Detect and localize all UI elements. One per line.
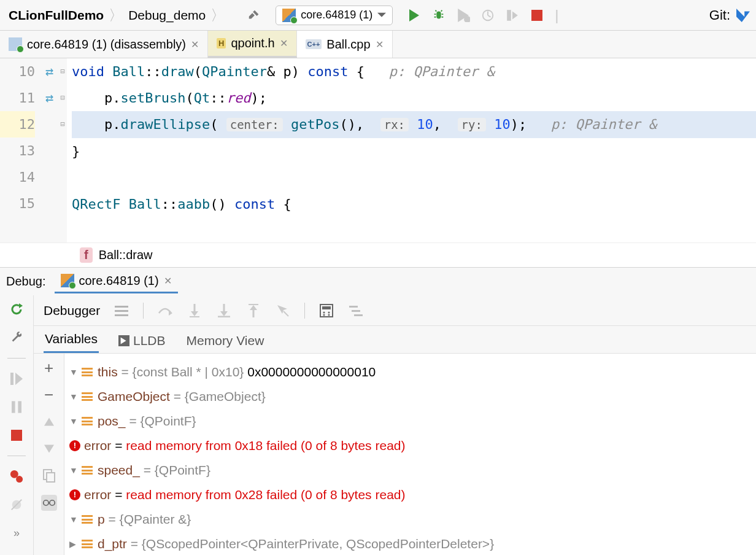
gutter: 10 11 12 13 14 15 ⇄ ⇄ xyxy=(0,58,58,243)
git-pull-icon[interactable] xyxy=(736,9,750,22)
move-down-icon[interactable] xyxy=(41,441,57,457)
breadcrumb-item[interactable]: Debug_demo xyxy=(126,7,208,24)
threads-icon[interactable] xyxy=(114,303,129,319)
step-into-icon[interactable] xyxy=(187,303,202,319)
build-hammer-icon[interactable] xyxy=(247,9,261,22)
watches-icon[interactable] xyxy=(41,495,57,511)
copy-icon[interactable] xyxy=(41,468,57,484)
mute-breakpoints-icon[interactable] xyxy=(9,497,25,513)
chevron-down-icon[interactable]: ▼ xyxy=(69,360,82,384)
breadcrumb-root[interactable]: CLionFullDemo xyxy=(6,7,106,24)
svg-point-24 xyxy=(323,311,325,313)
chevron-down-icon[interactable]: ▼ xyxy=(69,458,82,483)
breadcrumb-fn[interactable]: Ball::draw xyxy=(99,248,153,262)
chevron-down-icon[interactable]: ▼ xyxy=(69,409,82,433)
more-icon[interactable]: » xyxy=(9,525,25,541)
close-icon[interactable]: ✕ xyxy=(191,39,199,50)
debug-toolbar: Debugger xyxy=(34,295,756,326)
variables-panel: + − ▼ this = {const Ball * | 0x10} 0x000… xyxy=(34,354,756,555)
chevron-down-icon xyxy=(377,11,386,20)
debug-session-tab[interactable]: core.64819 (1) ✕ xyxy=(55,270,178,293)
function-badge-icon: f xyxy=(80,247,93,263)
tab-qpoint[interactable]: H qpoint.h ✕ xyxy=(208,31,297,58)
rerun-icon[interactable] xyxy=(9,301,25,317)
svg-point-26 xyxy=(323,314,325,316)
fold-icon[interactable]: ⊟ xyxy=(58,85,67,111)
close-icon[interactable]: ✕ xyxy=(280,37,288,49)
separator xyxy=(7,358,26,359)
var-this[interactable]: ▼ this = {const Ball * | 0x10} 0x0000000… xyxy=(69,360,751,384)
stop-icon[interactable] xyxy=(530,9,544,22)
profile-icon[interactable] xyxy=(481,9,495,22)
run-toolbar: | xyxy=(407,7,558,24)
svg-rect-2 xyxy=(507,10,512,21)
svg-rect-3 xyxy=(531,10,542,21)
debug-panel: Debug: core.64819 (1) ✕ » Debugger xyxy=(0,267,756,555)
debug-bug-icon[interactable] xyxy=(432,9,446,22)
svg-rect-5 xyxy=(12,401,15,413)
line-number: 13 xyxy=(0,138,35,164)
breakpoints-icon[interactable] xyxy=(9,468,25,484)
separator: | xyxy=(555,7,558,24)
var-speed[interactable]: ▼ speed_ = {QPointF} xyxy=(69,458,751,483)
line-number: 10 xyxy=(0,58,35,85)
step-out-icon[interactable] xyxy=(245,303,261,319)
chevron-right-icon: 〉 xyxy=(210,6,225,25)
var-pos[interactable]: ▼ pos_ = {QPointF} xyxy=(69,409,751,433)
subtab-memory[interactable]: Memory View xyxy=(185,328,266,353)
close-icon[interactable]: ✕ xyxy=(164,275,172,287)
svg-rect-28 xyxy=(349,306,358,308)
evaluate-icon[interactable] xyxy=(318,303,334,319)
run-config-dropdown[interactable]: core.64819 (1) xyxy=(276,6,393,25)
close-icon[interactable]: ✕ xyxy=(376,39,384,50)
fold-icon[interactable]: ⊟ xyxy=(58,111,67,138)
svg-rect-13 xyxy=(115,310,128,312)
svg-line-21 xyxy=(284,311,288,316)
debug-rail: » xyxy=(0,295,34,555)
tab-disassembly[interactable]: core.64819 (1) (disassembly) ✕ xyxy=(0,31,208,58)
chevron-right-icon: 〉 xyxy=(109,6,123,25)
run-icon[interactable] xyxy=(407,9,421,22)
var-pos-error[interactable]: !error = read memory from 0x18 failed (0… xyxy=(69,433,751,458)
add-watch-icon[interactable]: + xyxy=(41,360,57,376)
run-to-cursor-icon[interactable] xyxy=(275,303,291,319)
breadcrumb: CLionFullDemo 〉 Debug_demo 〉 xyxy=(6,6,226,25)
svg-rect-4 xyxy=(10,373,14,385)
git-section: Git: xyxy=(709,7,750,23)
stop-icon[interactable] xyxy=(9,427,25,443)
chevron-right-icon[interactable]: ▶ xyxy=(69,532,82,555)
fold-icon[interactable]: ⊟ xyxy=(58,58,67,85)
pause-icon[interactable] xyxy=(9,399,25,415)
svg-point-34 xyxy=(43,500,48,505)
svg-rect-7 xyxy=(11,430,22,441)
remove-watch-icon[interactable]: − xyxy=(41,387,57,403)
line-number: 14 xyxy=(0,164,35,190)
force-step-into-icon[interactable] xyxy=(216,303,232,319)
step-over-icon[interactable] xyxy=(157,303,173,319)
subtab-variables[interactable]: Variables xyxy=(44,327,99,353)
chevron-down-icon[interactable]: ▼ xyxy=(69,507,82,532)
debug-subtabs: Variables LLDB Memory View xyxy=(34,326,756,354)
trace-icon[interactable] xyxy=(348,303,364,319)
settings-wrench-icon[interactable] xyxy=(9,330,25,346)
nav-bar: CLionFullDemo 〉 Debug_demo 〉 core.64819 … xyxy=(0,0,756,31)
binary-file-icon xyxy=(9,37,22,51)
chevron-down-icon[interactable]: ▼ xyxy=(69,384,82,409)
console-run-icon xyxy=(118,335,129,346)
var-speed-error[interactable]: !error = read memory from 0x28 failed (0… xyxy=(69,483,751,507)
resume-icon[interactable] xyxy=(9,371,25,387)
separator xyxy=(304,303,305,319)
var-gameobject[interactable]: ▼ GameObject = {GameObject} xyxy=(69,384,751,409)
editor[interactable]: 10 11 12 13 14 15 ⇄ ⇄ ⊟ ⊟ ⊟ void Ball::d… xyxy=(0,58,756,243)
attach-icon[interactable] xyxy=(506,9,519,22)
variables-tree[interactable]: ▼ this = {const Ball * | 0x10} 0x0000000… xyxy=(64,354,756,555)
error-icon: ! xyxy=(69,440,80,451)
git-label: Git: xyxy=(709,7,730,23)
subtab-lldb[interactable]: LLDB xyxy=(117,328,167,353)
var-dptr[interactable]: ▶ d_ptr = {QScopedPointer<QPainterPrivat… xyxy=(69,532,751,555)
var-p[interactable]: ▼ p = {QPainter &} xyxy=(69,507,751,532)
move-up-icon[interactable] xyxy=(41,414,57,430)
coverage-icon[interactable] xyxy=(457,9,470,22)
tab-ball-cpp[interactable]: C++ Ball.cpp ✕ xyxy=(297,31,393,58)
svg-rect-6 xyxy=(18,401,21,413)
